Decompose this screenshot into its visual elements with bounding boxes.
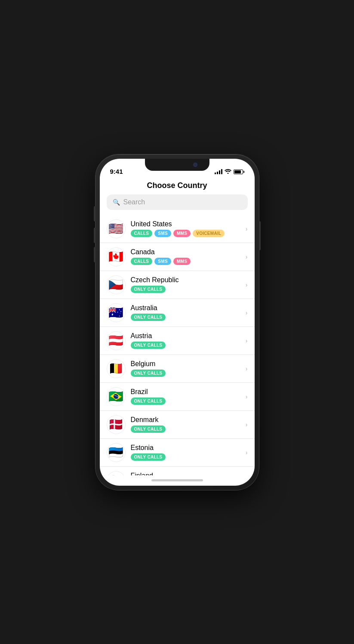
badge-only-calls: ONLY CALLS [131, 286, 166, 293]
list-item[interactable]: 🇨🇦CanadaCALLSSMSMMS› [100, 243, 255, 271]
badge-only-calls: ONLY CALLS [131, 370, 166, 377]
country-name: United States [131, 220, 242, 228]
chevron-right-icon: › [246, 253, 248, 260]
country-info: Czech RepublicONLY CALLS [131, 276, 242, 293]
country-name: Denmark [131, 416, 242, 424]
badge-only-calls: ONLY CALLS [131, 425, 166, 433]
list-item[interactable]: 🇦🇺AustraliaONLY CALLS› [100, 299, 255, 327]
list-item[interactable]: 🇧🇷BrazilONLY CALLS› [100, 383, 255, 411]
list-item[interactable]: 🇩🇰DenmarkONLY CALLS› [100, 411, 255, 439]
list-item[interactable]: 🇪🇪EstoniaONLY CALLS› [100, 439, 255, 467]
flag-circle: 🇨🇿 [107, 275, 126, 294]
list-item[interactable]: 🇺🇸United StatesCALLSSMSMMSVOICEMAIL› [100, 215, 255, 243]
badge-only-calls: ONLY CALLS [131, 342, 166, 349]
search-placeholder: Search [123, 198, 145, 206]
country-name: Brazil [131, 388, 242, 396]
badge-group: ONLY CALLS [131, 370, 242, 377]
home-bar [151, 479, 203, 481]
signal-icon [215, 169, 222, 174]
badge-only-calls: ONLY CALLS [131, 453, 166, 461]
search-icon: 🔍 [113, 199, 120, 206]
chevron-right-icon: › [246, 365, 248, 372]
status-icons [215, 169, 244, 175]
country-name: Estonia [131, 444, 242, 452]
flag-circle: 🇺🇸 [107, 219, 126, 238]
badge-group: CALLSSMSMMSVOICEMAIL [131, 230, 242, 237]
list-item[interactable]: 🇨🇿Czech RepublicONLY CALLS› [100, 271, 255, 299]
chevron-right-icon: › [246, 225, 248, 232]
country-info: CanadaCALLSSMSMMS [131, 248, 242, 265]
badge-sms: SMS [154, 230, 171, 237]
badge-group: ONLY CALLS [131, 453, 242, 461]
chevron-right-icon: › [246, 337, 248, 344]
search-area: 🔍 Search [100, 194, 255, 215]
badge-mms: MMS [173, 230, 191, 237]
country-name: Australia [131, 304, 242, 312]
country-info: DenmarkONLY CALLS [131, 416, 242, 433]
badge-group: ONLY CALLS [131, 314, 242, 321]
country-name: Canada [131, 248, 242, 256]
badge-sms: SMS [154, 258, 171, 265]
badge-group: ONLY CALLS [131, 286, 242, 293]
status-time: 9:41 [110, 168, 123, 175]
badge-voicemail: VOICEMAIL [193, 230, 225, 237]
list-item[interactable]: 🇧🇪BelgiumONLY CALLS› [100, 355, 255, 383]
flag-circle: 🇪🇪 [107, 443, 126, 462]
country-name: Czech Republic [131, 276, 242, 284]
country-name: Austria [131, 332, 242, 340]
phone-frame: 9:41 [95, 154, 259, 490]
flag-circle: 🇦🇹 [107, 331, 126, 350]
chevron-right-icon: › [246, 309, 248, 316]
chevron-right-icon: › [246, 281, 248, 288]
country-list[interactable]: 🇺🇸United StatesCALLSSMSMMSVOICEMAIL›🇨🇦Ca… [100, 215, 255, 475]
country-info: BelgiumONLY CALLS [131, 360, 242, 377]
badge-only-calls: ONLY CALLS [131, 397, 166, 405]
flag-circle: 🇩🇰 [107, 415, 126, 434]
badge-only-calls: ONLY CALLS [131, 314, 166, 321]
country-info: BrazilONLY CALLS [131, 388, 242, 405]
notch [145, 159, 209, 171]
chevron-right-icon: › [246, 393, 248, 400]
search-bar[interactable]: 🔍 Search [107, 194, 248, 210]
badge-group: ONLY CALLS [131, 342, 242, 349]
country-info: EstoniaONLY CALLS [131, 444, 242, 461]
camera-dot [193, 163, 197, 167]
list-item[interactable]: 🇦🇹AustriaONLY CALLS› [100, 327, 255, 355]
country-info: FinlandONLY CALLS [131, 472, 242, 475]
country-info: United StatesCALLSSMSMMSVOICEMAIL [131, 220, 242, 237]
flag-circle: 🇨🇦 [107, 247, 126, 266]
list-item[interactable]: 🇫🇮FinlandONLY CALLS› [100, 467, 255, 475]
page-title-area: Choose Country [100, 178, 255, 194]
battery-icon [234, 169, 244, 174]
country-name: Belgium [131, 360, 242, 368]
wifi-icon [225, 169, 231, 175]
home-indicator [100, 475, 255, 486]
chevron-right-icon: › [246, 421, 248, 428]
flag-circle: 🇧🇪 [107, 359, 126, 378]
flag-circle: 🇫🇮 [107, 471, 126, 475]
country-info: AustriaONLY CALLS [131, 332, 242, 349]
country-name: Finland [131, 472, 242, 475]
country-info: AustraliaONLY CALLS [131, 304, 242, 321]
badge-group: ONLY CALLS [131, 425, 242, 433]
flag-circle: 🇦🇺 [107, 303, 126, 322]
chevron-right-icon: › [246, 449, 248, 456]
badge-mms: MMS [173, 258, 191, 265]
badge-calls: CALLS [131, 258, 153, 265]
phone-screen: 9:41 [100, 159, 255, 486]
badge-group: CALLSSMSMMS [131, 258, 242, 265]
page-title: Choose Country [147, 181, 207, 190]
badge-calls: CALLS [131, 230, 153, 237]
flag-circle: 🇧🇷 [107, 387, 126, 406]
app-content: Choose Country 🔍 Search 🇺🇸United StatesC… [100, 178, 255, 475]
badge-group: ONLY CALLS [131, 397, 242, 405]
